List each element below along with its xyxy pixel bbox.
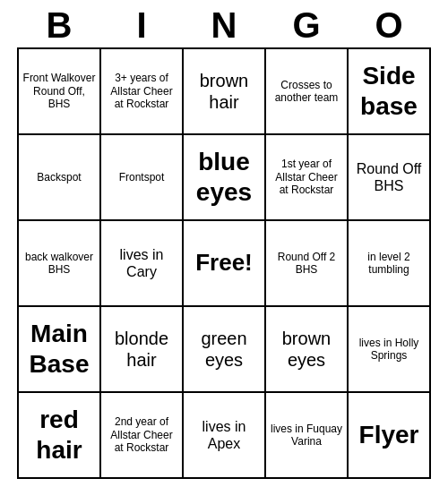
cell-r3-c2: green eyes: [184, 307, 266, 393]
bingo-letter-i: I: [100, 5, 183, 46]
cell-r3-c3: brown eyes: [266, 307, 349, 393]
bingo-letter-o: O: [348, 5, 430, 46]
cell-r4-c3: lives in Fuquay Varina: [266, 393, 349, 479]
cell-r2-c4: in level 2 tumbling: [349, 221, 431, 307]
cell-r3-c4: lives in Holly Springs: [349, 307, 431, 393]
cell-r1-c4: Round Off BHS: [349, 135, 431, 221]
cell-r1-c1: Frontspot: [101, 135, 184, 221]
cell-r1-c0: Backspot: [19, 135, 101, 221]
cell-r0-c0: Front Walkover Round Off, BHS: [19, 49, 101, 135]
cell-r4-c2: lives in Apex: [184, 393, 266, 479]
bingo-grid: Front Walkover Round Off, BHS3+ years of…: [17, 47, 431, 479]
cell-r2-c2: Free!: [184, 221, 266, 307]
cell-r3-c1: blonde hair: [101, 307, 184, 393]
cell-r0-c1: 3+ years of Allstar Cheer at Rockstar: [101, 49, 184, 135]
cell-r2-c0: back walkover BHS: [19, 221, 101, 307]
cell-r2-c1: lives in Cary: [101, 221, 184, 307]
bingo-letter-b: B: [18, 5, 100, 46]
cell-r0-c2: brown hair: [184, 49, 266, 135]
cell-r3-c0: Main Base: [19, 307, 101, 393]
bingo-letter-g: G: [265, 5, 348, 46]
cell-r4-c1: 2nd year of Allstar Cheer at Rockstar: [101, 393, 184, 479]
cell-r4-c0: red hair: [19, 393, 101, 479]
cell-r0-c3: Crosses to another team: [266, 49, 349, 135]
cell-r2-c3: Round Off 2 BHS: [266, 221, 349, 307]
cell-r0-c4: Side base: [349, 49, 431, 135]
bingo-letter-n: N: [183, 5, 265, 46]
cell-r1-c2: blue eyes: [184, 135, 266, 221]
cell-r4-c4: Flyer: [349, 393, 431, 479]
cell-r1-c3: 1st year of Allstar Cheer at Rockstar: [266, 135, 349, 221]
